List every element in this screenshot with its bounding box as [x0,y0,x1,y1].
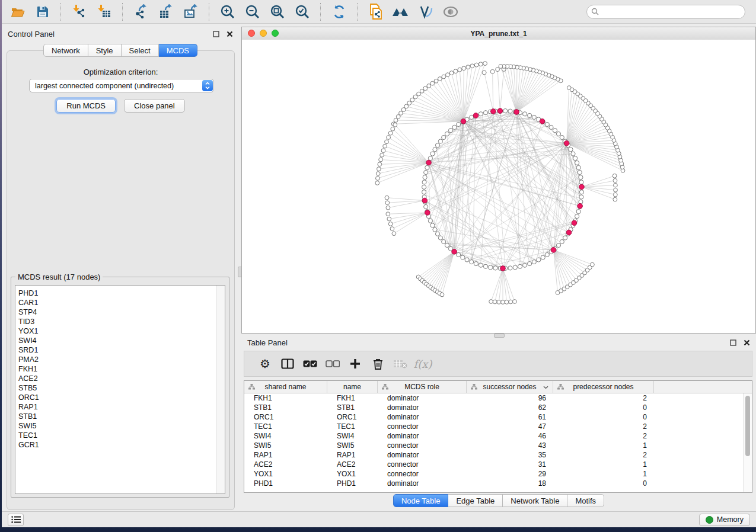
zoom-out-button[interactable] [241,2,264,21]
mcds-result-item[interactable]: GCR1 [15,440,216,450]
tab-network[interactable]: Network [43,44,88,57]
mcds-result-item[interactable]: YOX1 [15,326,216,336]
cell-mcds_role[interactable]: dominator [378,403,467,412]
cell-name[interactable]: STB1 [327,403,378,412]
cell-name[interactable]: ACE2 [327,460,378,469]
zoom-selected-button[interactable] [291,2,314,21]
cell-successor_nodes[interactable]: 29 [467,470,553,478]
mcds-result-item[interactable]: ORC1 [15,393,216,402]
mcds-hub-node[interactable] [497,108,503,114]
open-button[interactable] [6,2,30,21]
cell-name[interactable]: SWI5 [327,441,378,450]
cell-predecessor_nodes[interactable]: 1 [553,460,654,469]
cell-shared_name[interactable]: FKH1 [244,394,327,402]
mcds-result-item[interactable]: TEC1 [15,431,216,440]
mcds-hub-node[interactable] [491,109,496,114]
horizontal-splitter-grip[interactable] [494,334,505,338]
save-button[interactable] [31,2,55,21]
tab-select[interactable]: Select [122,44,159,57]
cell-predecessor_nodes[interactable]: 0 [553,403,654,412]
mcds-result-item[interactable]: PMA2 [15,355,216,364]
mcds-result-item[interactable]: STB1 [15,412,216,421]
table-row[interactable]: FKH1FKH1dominator962 [244,393,752,403]
cell-mcds_role[interactable]: dominator [378,479,467,488]
cell-name[interactable]: YOX1 [327,470,378,478]
mcds-hub-node[interactable] [452,249,457,255]
cell-mcds_role[interactable]: dominator [378,451,467,459]
column-header-name[interactable]: name [327,381,378,393]
mcds-hub-node[interactable] [426,160,432,165]
mcds-hub-node[interactable] [566,230,572,235]
optimization-criterion-select[interactable]: largest connected component (undirected) [29,79,214,92]
export-image-button[interactable] [179,2,203,21]
cell-shared_name[interactable]: RAP1 [244,451,327,459]
cell-shared_name[interactable]: STB1 [244,403,327,412]
cell-successor_nodes[interactable]: 47 [467,422,553,431]
cell-successor_nodes[interactable]: 31 [467,460,553,469]
mcds-result-item[interactable]: RAP1 [15,402,216,412]
minimize-window-button[interactable] [260,30,267,37]
tab-edge-table[interactable]: Edge Table [448,494,503,507]
scrollbar-thumb[interactable] [745,396,750,456]
cell-name[interactable]: TEC1 [327,422,378,431]
table-panel-close-button[interactable] [744,339,750,346]
cell-name[interactable]: SWI4 [327,432,378,440]
table-row[interactable]: YOX1YOX1connector291 [244,469,752,479]
cell-shared_name[interactable]: SWI4 [244,432,327,440]
mcds-result-scrollbar[interactable] [216,286,225,493]
cell-predecessor_nodes[interactable]: 0 [553,413,654,421]
cell-predecessor_nodes[interactable]: 1 [553,470,654,478]
show-task-history-button[interactable] [8,514,24,526]
deselect-all-button[interactable] [323,354,343,373]
mcds-hub-node[interactable] [540,119,545,124]
table-row[interactable]: RAP1RAP1dominator352 [244,450,752,460]
mcds-result-item[interactable]: TID3 [15,317,216,326]
clone-network-button[interactable] [364,2,388,21]
cell-shared_name[interactable]: SWI5 [244,441,327,450]
cell-predecessor_nodes[interactable]: 2 [553,432,654,440]
cell-mcds_role[interactable]: dominator [378,394,467,402]
cell-mcds_role[interactable]: connector [378,470,467,478]
table-row[interactable]: ACE2ACE2connector311 [244,460,752,469]
cell-name[interactable]: RAP1 [327,451,378,459]
cell-mcds_role[interactable]: dominator [378,413,467,421]
cell-shared_name[interactable]: ORC1 [244,413,327,421]
mcds-result-item[interactable]: ACE2 [15,374,216,383]
network-canvas[interactable] [242,40,755,333]
search-input[interactable] [586,5,745,19]
cell-successor_nodes[interactable]: 46 [467,432,553,440]
delete-columns-button[interactable] [368,354,388,373]
mcds-hub-node[interactable] [514,110,519,115]
mcds-hub-node[interactable] [473,113,479,118]
mcds-result-item[interactable]: STP4 [15,307,216,317]
export-table-button[interactable] [154,2,178,21]
control-panel-float-button[interactable] [213,31,219,37]
cell-shared_name[interactable]: TEC1 [244,422,327,431]
table-row[interactable]: STB1STB1dominator620 [244,403,752,412]
column-header-successor_nodes[interactable]: successor nodes [467,381,553,393]
hide-graphics-details-button[interactable] [439,2,462,21]
cell-mcds_role[interactable]: connector [378,460,467,469]
cell-name[interactable]: PHD1 [327,479,378,488]
mcds-result-item[interactable]: PHD1 [15,289,216,298]
import-network-button[interactable] [68,2,91,21]
close-panel-button[interactable]: Close panel [124,99,185,113]
mcds-hub-node[interactable] [425,210,430,216]
cell-successor_nodes[interactable]: 61 [467,413,553,421]
zoom-fit-button[interactable] [266,2,289,21]
table-vertical-scrollbar[interactable] [743,393,752,492]
refresh-button[interactable] [327,2,351,21]
cell-predecessor_nodes[interactable]: 2 [553,451,654,459]
column-header-predecessor_nodes[interactable]: predecessor nodes [553,381,654,393]
cell-predecessor_nodes[interactable]: 2 [553,422,654,431]
mcds-result-item[interactable]: SWI5 [15,421,216,431]
function-builder-button[interactable]: f(x) [413,354,433,373]
table-options-button[interactable]: ⚙ [255,354,275,373]
cell-successor_nodes[interactable]: 43 [467,441,553,450]
mcds-result-item[interactable]: SRD1 [15,345,216,355]
run-mcds-button[interactable]: Run MCDS [56,99,116,113]
cell-mcds_role[interactable]: connector [378,422,467,431]
mcds-hub-node[interactable] [564,141,569,146]
cell-successor_nodes[interactable]: 96 [467,394,553,402]
mcds-result-item[interactable]: STB5 [15,383,216,393]
